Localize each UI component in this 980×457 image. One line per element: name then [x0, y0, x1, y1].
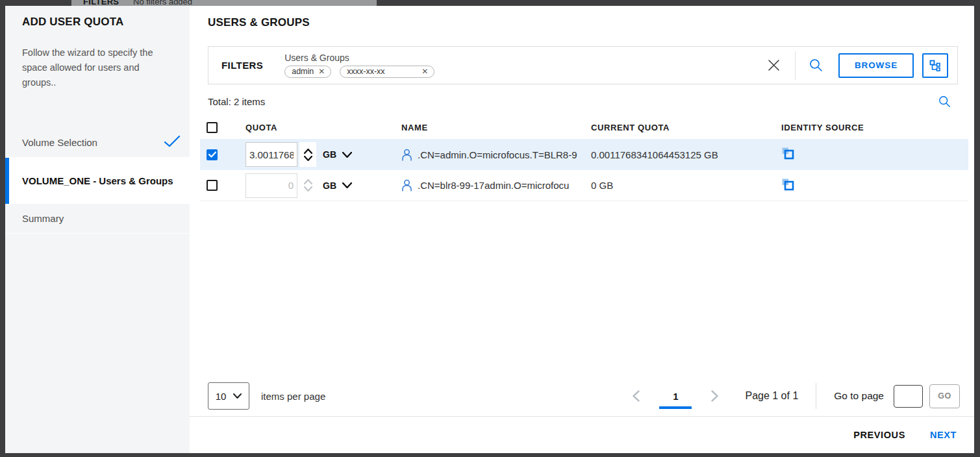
identity-source-icon — [781, 178, 794, 191]
background-filter-bar-fragment: FILTERS No filters added — [71, 0, 377, 6]
quota-stepper[interactable] — [299, 142, 316, 167]
previous-button[interactable]: PREVIOUS — [853, 430, 905, 440]
quota-unit-label: GB — [323, 180, 336, 191]
previous-page-icon[interactable] — [629, 388, 644, 404]
chevron-down-icon — [342, 182, 352, 188]
chip-remove-icon[interactable]: ✕ — [318, 68, 325, 75]
wizard-description: Follow the wizard to specify the space a… — [22, 45, 173, 90]
column-header-identity-source: IDENTITY SOURCE — [775, 123, 968, 132]
step-summary[interactable]: Summary — [5, 204, 190, 234]
clear-filters-icon[interactable] — [768, 59, 780, 71]
items-per-page-label: items per page — [261, 391, 325, 402]
row-checkbox[interactable] — [207, 149, 218, 160]
background-filters-status: No filters added — [133, 0, 192, 6]
filter-chip-date[interactable]: xxxx-xx-xx ✕ — [340, 66, 434, 78]
step-volume-one-users-groups[interactable]: VOLUME_ONE - Users & Groups — [5, 158, 190, 204]
step-label: VOLUME_ONE - Users & Groups — [22, 172, 173, 190]
pagination-bar: 10 items per page 1 Page 1 of 1 Go to pa… — [208, 382, 960, 410]
table-row: GB .CN=blr8-99-17admin.O=microfocu 0 GB — [200, 170, 968, 201]
filter-group-users-groups: Users & Groups admin ✕ xxxx-xx-xx ✕ — [284, 53, 434, 78]
filter-group-label: Users & Groups — [284, 53, 434, 63]
filters-label: FILTERS — [221, 60, 263, 71]
column-header-quota: QUOTA — [239, 123, 395, 132]
table-header-row: QUOTA NAME CURRENT QUOTA IDENTITY SOURCE — [200, 116, 968, 139]
background-collapse-chevron-icon: ⌃ — [951, 0, 959, 6]
next-button[interactable]: NEXT — [930, 430, 957, 440]
filter-chip-label: admin — [292, 67, 314, 76]
items-per-page-select[interactable]: 10 — [208, 382, 249, 410]
total-items-text: Total: 2 items — [208, 96, 265, 107]
page-title: USERS & GROUPS — [208, 16, 962, 29]
step-volume-selection[interactable]: Volume Selection — [5, 128, 190, 158]
quota-unit-select[interactable]: GB — [323, 180, 352, 191]
current-page-number[interactable]: 1 — [659, 391, 692, 409]
results-summary-row: Total: 2 items — [208, 95, 962, 108]
chip-remove-icon[interactable]: ✕ — [421, 68, 428, 75]
quota-unit-label: GB — [323, 149, 336, 160]
next-page-icon[interactable] — [707, 388, 722, 404]
filter-bar-divider — [795, 51, 796, 80]
browse-button[interactable]: BROWSE — [838, 53, 914, 78]
quota-stepper[interactable] — [299, 173, 316, 198]
wizard-steps: Volume Selection VOLUME_ONE - Users & Gr… — [5, 128, 190, 234]
column-header-name: NAME — [395, 123, 584, 132]
table-search-icon[interactable] — [938, 95, 951, 108]
search-icon[interactable] — [809, 58, 823, 72]
user-icon — [401, 179, 412, 191]
user-name-text: .CN=admin.O=microfocus.T=BLR8-9 — [418, 149, 577, 160]
quota-value-input[interactable] — [245, 173, 297, 198]
chevron-down-icon — [233, 393, 242, 399]
filter-chip-admin[interactable]: admin ✕ — [284, 66, 331, 78]
column-header-current-quota: CURRENT QUOTA — [584, 123, 775, 132]
background-filters-label: FILTERS — [83, 0, 119, 6]
wizard-main-panel: USERS & GROUPS FILTERS Users & Groups ad… — [190, 6, 974, 453]
select-all-checkbox[interactable] — [207, 122, 218, 133]
current-quota-text: 0 GB — [584, 180, 775, 191]
browse-tree-icon-button[interactable] — [922, 53, 948, 78]
step-completed-check-icon — [164, 135, 181, 150]
step-label: Volume Selection — [22, 137, 97, 148]
background-page-sliver: FILTERS No filters added ⌃ — [5, 0, 974, 6]
chevron-down-icon — [342, 152, 352, 158]
filter-chip-label: xxxx-xx-xx — [347, 67, 384, 76]
goto-page-label: Go to page — [834, 390, 884, 402]
pagination-divider — [816, 383, 816, 409]
user-name-text: .CN=blr8-99-17admin.O=microfocu — [418, 180, 569, 191]
users-groups-table: QUOTA NAME CURRENT QUOTA IDENTITY SOURCE — [200, 116, 968, 201]
wizard-footer: PREVIOUS NEXT — [190, 416, 974, 453]
user-icon — [401, 149, 412, 161]
goto-page-input[interactable] — [894, 385, 923, 408]
quota-unit-select[interactable]: GB — [323, 149, 352, 160]
step-label: Summary — [22, 213, 64, 224]
filter-bar: FILTERS Users & Groups admin ✕ xxxx-xx-x… — [208, 46, 958, 84]
wizard-sidebar: ADD USER QUOTA Follow the wizard to spec… — [5, 6, 190, 453]
current-quota-text: 0.0011768341064453125 GB — [584, 149, 775, 160]
add-user-quota-dialog: ADD USER QUOTA Follow the wizard to spec… — [5, 6, 974, 453]
identity-source-icon — [781, 147, 794, 160]
quota-value-input[interactable] — [245, 142, 297, 167]
page-info-text: Page 1 of 1 — [745, 390, 798, 402]
table-row: GB .CN=admin.O=microfocus.T=BLR8-9 0.001… — [200, 139, 968, 170]
items-per-page-value: 10 — [216, 391, 227, 402]
go-button[interactable]: GO — [929, 384, 960, 408]
wizard-title: ADD USER QUOTA — [22, 16, 173, 29]
row-checkbox[interactable] — [207, 180, 218, 191]
